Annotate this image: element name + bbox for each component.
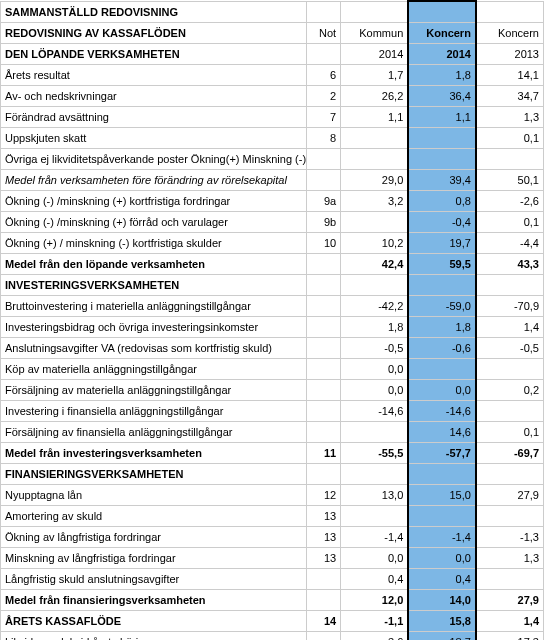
cashflow-table: SAMMANSTÄLLD REDOVISNINGREDOVISNING AV K… <box>0 0 544 640</box>
inv-label: Investering i finansiella anläggningstil… <box>1 401 307 422</box>
inv-h-c3 <box>476 275 544 296</box>
liq-start-c2: 18,7 <box>408 632 476 641</box>
op-label: Årets resultat <box>1 65 307 86</box>
fin-c1: -1,4 <box>341 527 409 548</box>
fin-c2: -1,4 <box>408 527 476 548</box>
inv-label: Anslutningsavgifter VA (redovisas som ko… <box>1 338 307 359</box>
op-not <box>307 149 341 170</box>
wc-not: 9a <box>307 191 341 212</box>
inv-total-label: Medel från investeringsverksamheten <box>1 443 307 464</box>
inv-c3: -0,5 <box>476 338 544 359</box>
wc-c2: 19,7 <box>408 233 476 254</box>
header-not: Not <box>307 23 341 44</box>
year-total-c2: 15,8 <box>408 611 476 632</box>
y-not <box>307 44 341 65</box>
inv-not <box>307 359 341 380</box>
wc-c3: 0,1 <box>476 212 544 233</box>
fin-total-label: Medel från finansieringsverksamheten <box>1 590 307 611</box>
inv-total-c3: -69,7 <box>476 443 544 464</box>
fin-label: Nyupptagna lån <box>1 485 307 506</box>
inv-not <box>307 317 341 338</box>
inv-not <box>307 296 341 317</box>
inv-c1: -42,2 <box>341 296 409 317</box>
fin-c3: 1,3 <box>476 548 544 569</box>
inv-c2 <box>408 359 476 380</box>
op-c3: 1,3 <box>476 107 544 128</box>
fin-c3 <box>476 506 544 527</box>
fin-c1: 0,0 <box>341 548 409 569</box>
op-total-not <box>307 254 341 275</box>
inv-c2: -0,6 <box>408 338 476 359</box>
fin-c2: 0,0 <box>408 548 476 569</box>
section-fin: FINANSIERINGSVERKSAMHETEN <box>1 464 307 485</box>
op-c3 <box>476 149 544 170</box>
inv-c1: 0,0 <box>341 359 409 380</box>
title: SAMMANSTÄLLD REDOVISNING <box>1 1 307 23</box>
op-label: Övriga ej likviditetspåverkande poster Ö… <box>1 149 307 170</box>
fin-total-c2: 14,0 <box>408 590 476 611</box>
fin-not: 13 <box>307 548 341 569</box>
fin-label: Amortering av skuld <box>1 506 307 527</box>
header-label: REDOVISNING AV KASSAFLÖDEN <box>1 23 307 44</box>
c-not <box>307 1 341 23</box>
section-inv: INVESTERINGSVERKSAMHETEN <box>1 275 307 296</box>
fin-not: 13 <box>307 527 341 548</box>
inv-c2: 14,6 <box>408 422 476 443</box>
inv-total-not: 11 <box>307 443 341 464</box>
header-c3: Koncern <box>476 23 544 44</box>
op-total-c2: 59,5 <box>408 254 476 275</box>
op-not: 2 <box>307 86 341 107</box>
op-c2: 36,4 <box>408 86 476 107</box>
inv-c3 <box>476 359 544 380</box>
year-c1: 2014 <box>341 44 409 65</box>
fin-not <box>307 569 341 590</box>
op-not: 8 <box>307 128 341 149</box>
c2 <box>408 1 476 23</box>
wc-label: Ökning (-) /minskning (+) kortfristiga f… <box>1 191 307 212</box>
fin-total-not <box>307 590 341 611</box>
year-total-c3: 1,4 <box>476 611 544 632</box>
wc-c1: 10,2 <box>341 233 409 254</box>
wc-c2: 0,8 <box>408 191 476 212</box>
liq-start-not <box>307 632 341 641</box>
op-c2 <box>408 149 476 170</box>
op-label: Av- och nedskrivningar <box>1 86 307 107</box>
c1 <box>341 1 409 23</box>
fin-h-c2 <box>408 464 476 485</box>
inv-c1: 0,0 <box>341 380 409 401</box>
wc-c1: 3,2 <box>341 191 409 212</box>
inv-total-c1: -55,5 <box>341 443 409 464</box>
fin-c3: 27,9 <box>476 485 544 506</box>
liq-start-label: Likvida medel vid årets början <box>1 632 307 641</box>
inv-h-c2 <box>408 275 476 296</box>
inv-not <box>307 380 341 401</box>
inv-not <box>307 422 341 443</box>
inv-c2: 0,0 <box>408 380 476 401</box>
op-sub1-c2: 39,4 <box>408 170 476 191</box>
inv-c1: 1,8 <box>341 317 409 338</box>
inv-c3: 0,1 <box>476 422 544 443</box>
op-sub1-not <box>307 170 341 191</box>
fin-h-c1 <box>341 464 409 485</box>
inv-c3: -70,9 <box>476 296 544 317</box>
op-not: 6 <box>307 65 341 86</box>
fin-c1: 13,0 <box>341 485 409 506</box>
inv-not <box>307 401 341 422</box>
fin-h-not <box>307 464 341 485</box>
inv-label: Försäljning av materiella anläggningstil… <box>1 380 307 401</box>
op-total-label: Medel från den löpande verksamheten <box>1 254 307 275</box>
op-sub1-c3: 50,1 <box>476 170 544 191</box>
year-c2: 2014 <box>408 44 476 65</box>
fin-c3: -1,3 <box>476 527 544 548</box>
fin-label: Ökning av långfristiga fordringar <box>1 527 307 548</box>
op-c1 <box>341 128 409 149</box>
c3 <box>476 1 544 23</box>
op-c1: 26,2 <box>341 86 409 107</box>
op-not: 7 <box>307 107 341 128</box>
year-total-label: ÅRETS KASSAFLÖDE <box>1 611 307 632</box>
fin-c3 <box>476 569 544 590</box>
inv-h-not <box>307 275 341 296</box>
fin-c2: 0,4 <box>408 569 476 590</box>
op-total-c3: 43,3 <box>476 254 544 275</box>
wc-label: Ökning (-) /minskning (+) förråd och var… <box>1 212 307 233</box>
